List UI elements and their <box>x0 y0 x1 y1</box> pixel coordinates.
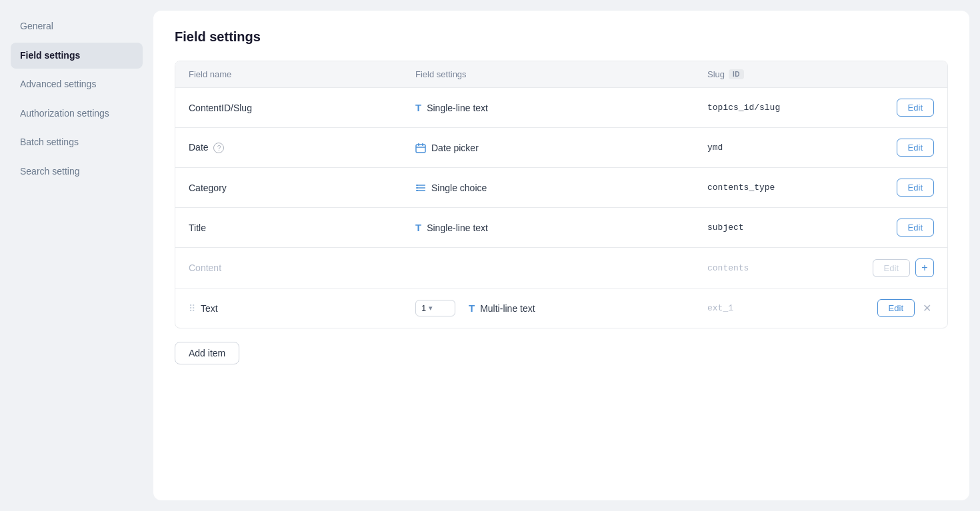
field-type-cell: Single choice <box>415 183 707 193</box>
svg-point-9 <box>417 190 418 191</box>
chevron-down-icon: ▾ <box>429 304 433 312</box>
svg-rect-0 <box>416 145 425 153</box>
edit-button[interactable]: Edit <box>897 99 934 117</box>
main-content: Field settings Field name Field settings… <box>153 11 969 500</box>
field-name-cell: Content <box>189 262 415 273</box>
field-settings-table: Field name Field settings Slug ID Conten… <box>175 61 948 328</box>
table-row: Title T Single-line text subject Edit <box>175 208 947 248</box>
field-name-cell: ContentID/Slug <box>189 103 415 113</box>
svg-point-7 <box>417 185 418 186</box>
table-row: Content contents Edit + <box>175 248 947 288</box>
text-icon: T <box>469 302 475 314</box>
edit-button[interactable]: Edit <box>873 259 910 277</box>
field-name-cell: Date ? <box>189 142 415 154</box>
svg-point-8 <box>417 187 418 189</box>
actions-cell: Edit <box>854 99 934 117</box>
page-title: Field settings <box>175 29 948 45</box>
edit-button[interactable]: Edit <box>897 219 934 237</box>
actions-cell: Edit ✕ <box>854 299 934 317</box>
field-name-cell: ⠿ Text <box>189 303 415 314</box>
slug-cell: ext_1 <box>707 303 854 313</box>
header-actions <box>854 69 934 79</box>
slug-cell: contents <box>707 263 854 273</box>
help-icon[interactable]: ? <box>213 143 224 153</box>
number-select[interactable]: 1 ▾ <box>415 300 455 316</box>
sidebar-item-advanced-settings[interactable]: Advanced settings <box>11 71 143 98</box>
field-name-cell: Category <box>189 183 415 193</box>
header-slug: Slug ID <box>707 69 854 79</box>
table-row: ⠿ Text 1 ▾ T Multi-line text ext_1 Edit … <box>175 288 947 328</box>
slug-cell: ymd <box>707 143 854 153</box>
sidebar: General Field settings Advanced settings… <box>0 0 153 511</box>
slug-cell: topics_id/slug <box>707 103 854 113</box>
field-type-cell: T Single-line text <box>415 222 707 233</box>
slug-cell: subject <box>707 223 854 233</box>
add-button[interactable]: + <box>915 258 934 277</box>
calendar-icon <box>415 143 426 153</box>
edit-button[interactable]: Edit <box>877 299 915 317</box>
edit-button[interactable]: Edit <box>897 179 934 197</box>
sidebar-item-authorization-settings[interactable]: Authorization settings <box>11 101 143 127</box>
sidebar-item-search-setting[interactable]: Search setting <box>11 159 143 185</box>
add-item-button[interactable]: Add item <box>175 342 239 364</box>
actions-cell: Edit <box>854 139 934 157</box>
table-header: Field name Field settings Slug ID <box>175 61 947 88</box>
table-row: ContentID/Slug T Single-line text topics… <box>175 88 947 128</box>
header-field-settings: Field settings <box>415 69 707 79</box>
edit-button[interactable]: Edit <box>897 139 934 157</box>
actions-cell: Edit + <box>854 258 934 277</box>
table-row: Date ? Date picker ymd Edit <box>175 128 947 168</box>
field-type-cell: T Single-line text <box>415 102 707 113</box>
field-type-cell: 1 ▾ T Multi-line text <box>415 300 707 316</box>
text-icon: T <box>415 102 421 113</box>
sidebar-item-field-settings[interactable]: Field settings <box>11 43 143 69</box>
table-row: Category Single choice contents_type <box>175 168 947 208</box>
sidebar-item-batch-settings[interactable]: Batch settings <box>11 129 143 156</box>
header-field-name: Field name <box>189 69 415 79</box>
drag-handle-icon[interactable]: ⠿ <box>189 303 195 314</box>
actions-cell: Edit <box>854 219 934 237</box>
slug-id-badge: ID <box>729 69 744 79</box>
text-icon: T <box>415 222 421 233</box>
sidebar-item-general[interactable]: General <box>11 13 143 40</box>
close-button[interactable]: ✕ <box>920 299 934 317</box>
field-type-cell: Date picker <box>415 143 707 153</box>
field-name-cell: Title <box>189 223 415 233</box>
list-icon <box>415 183 426 193</box>
slug-cell: contents_type <box>707 183 854 193</box>
actions-cell: Edit <box>854 179 934 197</box>
